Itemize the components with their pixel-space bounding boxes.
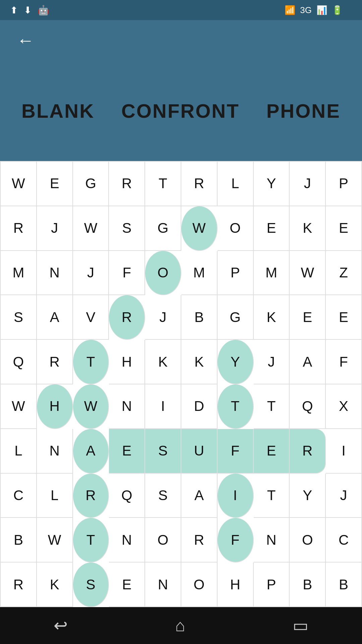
grid-cell[interactable]: T bbox=[218, 384, 254, 429]
grid-cell[interactable]: W bbox=[73, 384, 109, 429]
grid-cell[interactable]: W bbox=[290, 251, 326, 296]
grid-cell[interactable]: A bbox=[37, 295, 73, 340]
grid-cell[interactable]: R bbox=[109, 162, 145, 206]
grid-cell[interactable]: N bbox=[37, 429, 73, 474]
nav-recents-button[interactable]: ▭ bbox=[293, 616, 308, 635]
grid-cell[interactable]: R bbox=[181, 162, 218, 206]
grid-cell[interactable]: J bbox=[73, 251, 109, 296]
grid-cell[interactable]: O bbox=[145, 251, 181, 296]
nav-home-button[interactable]: ⌂ bbox=[175, 616, 185, 635]
grid-cell[interactable]: X bbox=[326, 384, 362, 429]
grid-cell[interactable]: F bbox=[218, 518, 254, 562]
grid-cell[interactable]: K bbox=[181, 340, 218, 384]
grid-cell[interactable]: K bbox=[145, 340, 181, 384]
grid-cell[interactable]: A bbox=[73, 429, 109, 474]
grid-cell[interactable]: F bbox=[326, 340, 362, 384]
grid-cell[interactable]: Y bbox=[290, 474, 326, 518]
grid-cell[interactable]: I bbox=[218, 474, 254, 518]
grid-cell[interactable]: J bbox=[254, 340, 290, 384]
grid-cell[interactable]: B bbox=[290, 562, 326, 607]
grid-cell[interactable]: Q bbox=[1, 340, 37, 384]
grid-cell[interactable]: W bbox=[1, 384, 37, 429]
grid-cell[interactable]: U bbox=[181, 429, 218, 474]
grid-cell[interactable]: S bbox=[109, 206, 145, 251]
grid-cell[interactable]: N bbox=[37, 251, 73, 296]
grid-cell[interactable]: J bbox=[290, 162, 326, 206]
grid-cell[interactable]: W bbox=[73, 206, 109, 251]
grid-cell[interactable]: T bbox=[254, 384, 290, 429]
grid-cell[interactable]: N bbox=[145, 562, 181, 607]
grid-cell[interactable]: M bbox=[181, 251, 218, 296]
grid-cell[interactable]: S bbox=[1, 295, 37, 340]
grid-cell[interactable]: O bbox=[181, 562, 218, 607]
word-search-grid[interactable]: WEGRTRLYJPRJWSGWOEKEMNJFOMPMWZSAVRJBGKEE… bbox=[0, 161, 362, 607]
grid-cell[interactable]: J bbox=[37, 206, 73, 251]
grid-cell[interactable]: Q bbox=[109, 474, 145, 518]
grid-cell[interactable]: R bbox=[1, 206, 37, 251]
grid-cell[interactable]: W bbox=[1, 162, 37, 206]
grid-cell[interactable]: E bbox=[326, 295, 362, 340]
grid-cell[interactable]: N bbox=[109, 518, 145, 562]
grid-cell[interactable]: J bbox=[326, 474, 362, 518]
grid-cell[interactable]: E bbox=[109, 429, 145, 474]
grid-cell[interactable]: N bbox=[254, 518, 290, 562]
grid-cell[interactable]: A bbox=[181, 474, 218, 518]
grid-cell[interactable]: P bbox=[254, 562, 290, 607]
grid-cell[interactable]: E bbox=[37, 162, 73, 206]
grid-cell[interactable]: E bbox=[290, 295, 326, 340]
grid-cell[interactable]: S bbox=[145, 429, 181, 474]
grid-cell[interactable]: Z bbox=[326, 251, 362, 296]
grid-cell[interactable]: F bbox=[109, 251, 145, 296]
grid-cell[interactable]: G bbox=[145, 206, 181, 251]
grid-cell[interactable]: B bbox=[326, 562, 362, 607]
grid-cell[interactable]: Y bbox=[218, 340, 254, 384]
grid-cell[interactable]: R bbox=[290, 429, 326, 474]
grid-cell[interactable]: E bbox=[326, 206, 362, 251]
grid-cell[interactable]: T bbox=[73, 518, 109, 562]
nav-back-button[interactable]: ↩ bbox=[54, 616, 68, 635]
grid-cell[interactable]: L bbox=[1, 429, 37, 474]
grid-cell[interactable]: S bbox=[145, 474, 181, 518]
grid-cell[interactable]: R bbox=[73, 474, 109, 518]
grid-cell[interactable]: B bbox=[181, 295, 218, 340]
grid-cell[interactable]: Y bbox=[254, 162, 290, 206]
grid-cell[interactable]: K bbox=[254, 295, 290, 340]
grid-cell[interactable]: L bbox=[37, 474, 73, 518]
grid-cell[interactable]: O bbox=[218, 206, 254, 251]
grid-cell[interactable]: T bbox=[145, 162, 181, 206]
grid-cell[interactable]: V bbox=[73, 295, 109, 340]
back-button[interactable]: ← bbox=[17, 30, 34, 50]
grid-cell[interactable]: C bbox=[1, 474, 37, 518]
grid-cell[interactable]: H bbox=[37, 384, 73, 429]
grid-cell[interactable]: O bbox=[290, 518, 326, 562]
grid-cell[interactable]: M bbox=[254, 251, 290, 296]
grid-cell[interactable]: R bbox=[1, 562, 37, 607]
grid-cell[interactable]: E bbox=[254, 429, 290, 474]
grid-cell[interactable]: G bbox=[218, 295, 254, 340]
grid-cell[interactable]: N bbox=[109, 384, 145, 429]
grid-cell[interactable]: Q bbox=[290, 384, 326, 429]
grid-cell[interactable]: C bbox=[326, 518, 362, 562]
grid-cell[interactable]: W bbox=[181, 206, 218, 251]
grid-cell[interactable]: F bbox=[218, 429, 254, 474]
grid-cell[interactable]: M bbox=[1, 251, 37, 296]
grid-cell[interactable]: T bbox=[254, 474, 290, 518]
grid-cell[interactable]: T bbox=[73, 340, 109, 384]
grid-cell[interactable]: P bbox=[218, 251, 254, 296]
grid-cell[interactable]: O bbox=[145, 518, 181, 562]
grid-cell[interactable]: K bbox=[290, 206, 326, 251]
grid-cell[interactable]: S bbox=[73, 562, 109, 607]
grid-cell[interactable]: R bbox=[181, 518, 218, 562]
grid-cell[interactable]: G bbox=[73, 162, 109, 206]
grid-cell[interactable]: J bbox=[145, 295, 181, 340]
grid-cell[interactable]: E bbox=[109, 562, 145, 607]
grid-cell[interactable]: H bbox=[109, 340, 145, 384]
grid-cell[interactable]: K bbox=[37, 562, 73, 607]
grid-cell[interactable]: H bbox=[218, 562, 254, 607]
grid-cell[interactable]: I bbox=[326, 429, 362, 474]
grid-cell[interactable]: L bbox=[218, 162, 254, 206]
grid-cell[interactable]: E bbox=[254, 206, 290, 251]
grid-cell[interactable]: D bbox=[181, 384, 218, 429]
grid-cell[interactable]: A bbox=[290, 340, 326, 384]
grid-cell[interactable]: R bbox=[37, 340, 73, 384]
